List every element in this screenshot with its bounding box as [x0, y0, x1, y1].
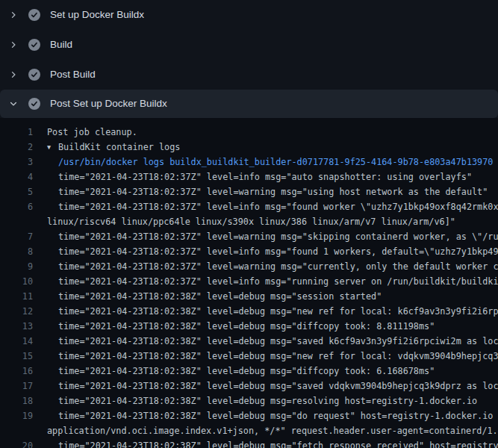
log-line-number[interactable]: 7 [0, 229, 33, 244]
check-circle-icon [28, 39, 40, 51]
log-line: 15 ▼ time="2021-04-23T18:02:38Z" level=d… [0, 349, 498, 364]
log-line-number[interactable]: 18 [0, 393, 33, 408]
log-line-text: time="2021-04-23T18:02:38Z" level=debug … [58, 379, 498, 393]
log-line: 12 ▼ time="2021-04-23T18:02:38Z" level=d… [0, 304, 498, 319]
log-line: 17 ▼ time="2021-04-23T18:02:38Z" level=d… [0, 379, 498, 393]
chevron-right-icon [9, 70, 18, 79]
log-line-number[interactable]: 5 [0, 184, 33, 199]
check-circle-icon [28, 9, 40, 21]
log-line-text: time="2021-04-23T18:02:37Z" level=warnin… [58, 229, 498, 244]
log-line: 14 ▼ time="2021-04-23T18:02:38Z" level=d… [0, 334, 498, 349]
log-line-number[interactable]: 2 [0, 140, 33, 155]
log-lines: 1 ▼ Post job cleanup. 2 ▼ BuildKit conta… [0, 125, 498, 448]
log-line-text: time="2021-04-23T18:02:38Z" level=debug … [58, 438, 498, 448]
log-line-text: time="2021-04-23T18:02:37Z" level=info m… [58, 274, 498, 289]
log-line: ▼ linux/riscv64 linux/ppc64le linux/s390… [0, 214, 498, 229]
log-line-number[interactable]: 3 [0, 155, 33, 169]
step-build[interactable]: Build [0, 30, 498, 60]
step-label: Set up Docker Buildx [50, 9, 144, 21]
log-line: 19 ▼ time="2021-04-23T18:02:38Z" level=d… [0, 408, 498, 423]
log-line-text: time="2021-04-23T18:02:37Z" level=warnin… [58, 184, 488, 199]
log-line: 7 ▼ time="2021-04-23T18:02:37Z" level=wa… [0, 229, 498, 244]
log-line: 6 ▼ time="2021-04-23T18:02:37Z" level=in… [0, 199, 498, 214]
log-line-number[interactable]: 14 [0, 334, 33, 349]
log-line-number[interactable]: 12 [0, 304, 33, 319]
log-line-number[interactable] [0, 423, 33, 438]
log-line-text: time="2021-04-23T18:02:37Z" level=info m… [58, 244, 498, 259]
log-line: 8 ▼ time="2021-04-23T18:02:37Z" level=in… [0, 244, 498, 259]
log-line-number[interactable]: 8 [0, 244, 33, 259]
log-line: 18 ▼ time="2021-04-23T18:02:38Z" level=d… [0, 393, 498, 408]
log-line-number[interactable]: 4 [0, 169, 33, 184]
log-line-text: time="2021-04-23T18:02:37Z" level=info m… [58, 169, 472, 184]
log-line: ▼ application/vnd.oci.image.index.v1+jso… [0, 423, 498, 438]
check-circle-icon [28, 69, 40, 81]
log-line: 4 ▼ time="2021-04-23T18:02:37Z" level=in… [0, 169, 498, 184]
log-line: 9 ▼ time="2021-04-23T18:02:37Z" level=wa… [0, 259, 498, 274]
log-line-text: time="2021-04-23T18:02:38Z" level=debug … [58, 408, 498, 423]
log-line: 5 ▼ time="2021-04-23T18:02:37Z" level=wa… [0, 184, 498, 199]
log-line-number[interactable]: 10 [0, 274, 33, 289]
log-line: 13 ▼ time="2021-04-23T18:02:38Z" level=d… [0, 319, 498, 334]
log-line-text: /usr/bin/docker logs buildx_buildkit_bui… [58, 155, 493, 169]
step-post-build[interactable]: Post Build [0, 60, 498, 90]
log-line-number[interactable] [0, 214, 33, 229]
log-line-number[interactable]: 9 [0, 259, 33, 274]
step-label: Post Build [50, 69, 96, 81]
log-line-text: time="2021-04-23T18:02:38Z" level=debug … [58, 393, 477, 408]
check-circle-icon [28, 98, 40, 110]
log-line-text: time="2021-04-23T18:02:38Z" level=debug … [58, 319, 435, 334]
actions-log-panel: Set up Docker Buildx Build Post Build [0, 0, 498, 448]
log-line-number[interactable]: 6 [0, 199, 33, 214]
step-label: Build [50, 39, 72, 51]
step-label: Post Set up Docker Buildx [50, 98, 167, 110]
log-line-text: time="2021-04-23T18:02:38Z" level=debug … [58, 334, 498, 349]
steps-list: Set up Docker Buildx Build Post Build [0, 0, 498, 118]
log-line-number[interactable]: 17 [0, 379, 33, 393]
log-line-number[interactable]: 15 [0, 349, 33, 364]
log-line: 3 ▼ /usr/bin/docker logs buildx_buildkit… [0, 155, 498, 169]
log-line-text: time="2021-04-23T18:02:37Z" level=info m… [58, 199, 498, 214]
log-line-number[interactable]: 1 [0, 125, 33, 140]
log-line-number[interactable]: 16 [0, 364, 33, 379]
log-line-text: time="2021-04-23T18:02:37Z" level=warnin… [58, 259, 498, 274]
log-line: 11 ▼ time="2021-04-23T18:02:38Z" level=d… [0, 289, 498, 304]
log-line-text: time="2021-04-23T18:02:38Z" level=debug … [58, 349, 498, 364]
log-line-text: time="2021-04-23T18:02:38Z" level=debug … [58, 304, 498, 319]
log-output: 1 ▼ Post job cleanup. 2 ▼ BuildKit conta… [0, 118, 498, 448]
log-line-text: BuildKit container logs [58, 140, 180, 155]
chevron-right-icon [9, 10, 18, 19]
collapse-caret-icon[interactable]: ▼ [47, 140, 58, 155]
log-line-text: application/vnd.oci.image.index.v1+json,… [47, 423, 498, 438]
log-line-number[interactable]: 20 [0, 438, 33, 448]
chevron-down-icon [9, 99, 18, 108]
step-post-set-up-docker-buildx[interactable]: Post Set up Docker Buildx [0, 90, 498, 118]
log-line-text: time="2021-04-23T18:02:38Z" level=debug … [58, 289, 382, 304]
log-line-number[interactable]: 19 [0, 408, 33, 423]
log-line-text: linux/riscv64 linux/ppc64le linux/s390x … [47, 214, 455, 229]
log-line-text: Post job cleanup. [47, 125, 137, 140]
chevron-right-icon [9, 40, 18, 49]
log-line: 2 ▼ BuildKit container logs [0, 140, 498, 155]
log-line: 16 ▼ time="2021-04-23T18:02:38Z" level=d… [0, 364, 498, 379]
log-line-text: time="2021-04-23T18:02:38Z" level=debug … [58, 364, 435, 379]
log-line-number[interactable]: 11 [0, 289, 33, 304]
log-line: 20 ▼ time="2021-04-23T18:02:38Z" level=d… [0, 438, 498, 448]
log-line-number[interactable]: 13 [0, 319, 33, 334]
log-line: 10 ▼ time="2021-04-23T18:02:37Z" level=i… [0, 274, 498, 289]
log-line: 1 ▼ Post job cleanup. [0, 125, 498, 140]
step-set-up-docker-buildx[interactable]: Set up Docker Buildx [0, 0, 498, 30]
